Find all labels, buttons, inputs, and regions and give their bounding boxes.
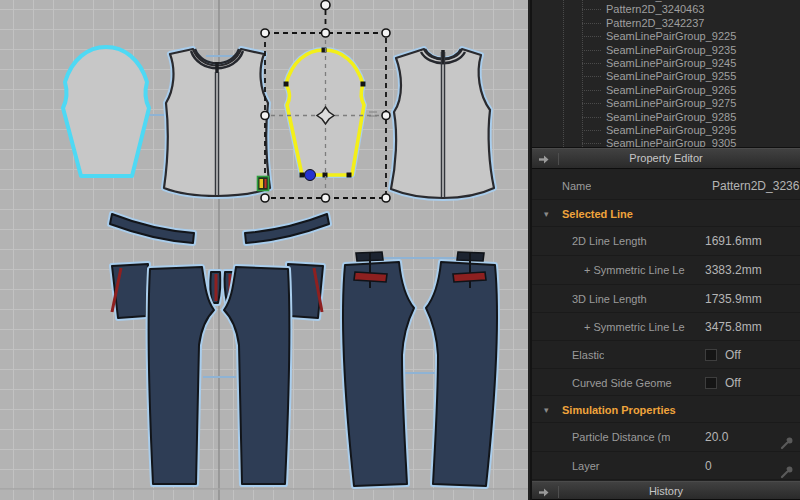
tree-item[interactable]: SeamLinePairGroup_9305	[532, 137, 800, 148]
tree-item[interactable]: Pattern2D_3242237	[532, 17, 800, 30]
property-label: + Symmetric Line Le	[584, 256, 685, 284]
section-selected-line[interactable]: ▾ Selected Line	[532, 200, 800, 227]
tree-item[interactable]: SeamLinePairGroup_9225	[532, 30, 800, 43]
tree-item[interactable]: Pattern2D_3240463	[532, 3, 800, 16]
toggle-state: Off	[725, 341, 741, 369]
pattern-annotation-badge[interactable]	[258, 177, 269, 191]
curved-side-checkbox[interactable]	[705, 377, 717, 389]
property-row-symmetric-3d: + Symmetric Line Le 3475.8mm	[532, 313, 800, 341]
property-row-curved-side: Curved Side Geome Off	[532, 369, 800, 396]
name-value-field[interactable]: Pattern2D_3236	[712, 172, 800, 200]
tree-item[interactable]: SeamLinePairGroup_9255	[532, 70, 800, 83]
property-label: 3D Line Length	[572, 285, 647, 313]
property-row-name: Name Pattern2D_3236	[532, 172, 800, 200]
pattern-piece-fly-left[interactable]	[210, 272, 220, 303]
tree-list: Pattern2D_ Pattern2D_3240463 Pattern2D_3…	[532, 0, 800, 148]
pattern-piece-back-leg-right[interactable]	[426, 252, 497, 486]
pattern-piece-vest-back[interactable]	[369, 49, 494, 198]
property-label: 2D Line Length	[572, 227, 647, 255]
section-title: Selected Line	[562, 200, 633, 228]
collapse-triangle-icon[interactable]: ▾	[544, 200, 549, 228]
property-editor-body: Name Pattern2D_3236 ▾ Selected Line 2D L…	[532, 170, 800, 481]
property-row-2d-line-length: 2D Line Length 1691.6mm	[532, 227, 800, 256]
collapse-triangle-icon[interactable]: ▾	[544, 396, 549, 424]
property-value[interactable]: 3475.8mm	[705, 313, 762, 341]
pattern-canvas-svg	[0, 0, 528, 500]
pattern-2d-canvas[interactable]	[0, 0, 528, 500]
tree-item[interactable]: SeamLinePairGroup_9275	[532, 97, 800, 110]
pattern-piece-back-leg-left[interactable]	[343, 252, 414, 486]
tree-item[interactable]: SeamLinePairGroup_9245	[532, 57, 800, 70]
rotate-handle[interactable]	[321, 1, 330, 10]
property-value[interactable]: 20.0	[705, 423, 728, 451]
property-label: Particle Distance (m	[572, 423, 670, 451]
tree-item[interactable]: SeamLinePairGroup_9285	[532, 111, 800, 124]
property-value[interactable]: 0	[705, 452, 712, 480]
pocket-welt	[453, 272, 486, 282]
section-simulation-properties[interactable]: ▾ Simulation Properties	[532, 396, 800, 423]
pattern-piece-sleeve-left[interactable]	[63, 47, 149, 176]
right-panel: Pattern2D_ Pattern2D_3240463 Pattern2D_3…	[530, 0, 800, 500]
name-label: Name	[562, 172, 591, 200]
property-label: Curved Side Geome	[572, 369, 672, 397]
scene-tree[interactable]: Pattern2D_ Pattern2D_3240463 Pattern2D_3…	[532, 0, 800, 148]
toggle-state: Off	[725, 369, 741, 397]
section-title: Simulation Properties	[562, 396, 676, 424]
tree-item[interactable]: SeamLinePairGroup_9295	[532, 124, 800, 137]
property-value[interactable]: 3383.2mm	[705, 256, 762, 284]
pattern-piece-pocket-right[interactable]	[288, 264, 323, 318]
property-value[interactable]: 1735.9mm	[705, 285, 762, 313]
property-editor-header[interactable]: Property Editor	[532, 148, 800, 169]
property-editor-title: Property Editor	[532, 149, 800, 168]
property-label: + Symmetric Line Le	[584, 313, 685, 341]
property-value[interactable]: 1691.6mm	[705, 227, 762, 255]
property-row-symmetric-2d: + Symmetric Line Le 3383.2mm	[532, 256, 800, 285]
pocket-welt	[354, 272, 387, 282]
property-row-particle-distance: Particle Distance (m 20.0	[532, 423, 800, 452]
property-row-3d-line-length: 3D Line Length 1735.9mm	[532, 285, 800, 313]
tree-item[interactable]: SeamLinePairGroup_9235	[532, 44, 800, 57]
selected-point-dot[interactable]	[305, 170, 316, 181]
pattern-piece-front-leg-right[interactable]	[224, 267, 290, 484]
property-label: Layer	[572, 452, 600, 480]
panel-expand-icon[interactable]	[538, 485, 554, 500]
elastic-checkbox[interactable]	[705, 349, 717, 361]
property-row-elastic: Elastic Off	[532, 341, 800, 369]
property-row-layer: Layer 0	[532, 452, 800, 480]
header-separator	[558, 486, 559, 498]
pattern-piece-waistband-right[interactable]	[245, 214, 329, 243]
panel-expand-icon[interactable]	[538, 152, 554, 170]
pattern-piece-pocket-left[interactable]	[112, 264, 148, 318]
pattern-piece-waistband-left[interactable]	[110, 214, 194, 243]
history-header[interactable]: History	[532, 481, 800, 500]
property-label: Elastic	[572, 341, 604, 369]
tree-item[interactable]: SeamLinePairGroup_9265	[532, 84, 800, 97]
header-separator	[558, 153, 559, 165]
pattern-piece-vest-front[interactable]	[164, 49, 270, 196]
history-title: History	[532, 482, 800, 500]
pattern-piece-front-leg-left[interactable]	[148, 267, 214, 484]
pattern-design-app: Pattern2D_ Pattern2D_3240463 Pattern2D_3…	[0, 0, 800, 500]
